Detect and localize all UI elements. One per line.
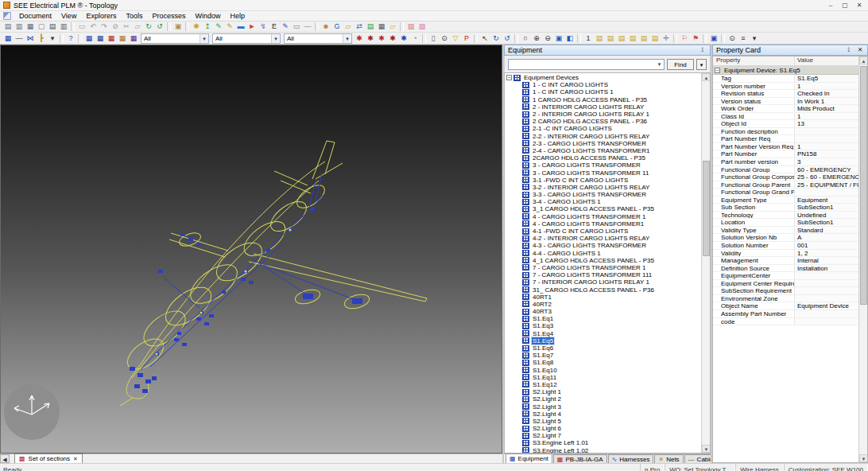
dash-tool-icon[interactable]: — bbox=[302, 21, 313, 32]
find-options-dropdown[interactable]: ▾ bbox=[696, 59, 707, 70]
board-red-icon[interactable]: ▦ bbox=[106, 33, 117, 44]
refresh-icon[interactable]: ↻ bbox=[143, 21, 154, 32]
filter-combo[interactable]: All ▾ bbox=[284, 33, 352, 44]
tree-item[interactable]: 3-1 -FWD C INT CARGO LIGHTS bbox=[505, 177, 701, 184]
tree-item[interactable]: S1.Eq11 bbox=[505, 374, 701, 381]
print-setup-icon[interactable]: ▥ bbox=[58, 21, 69, 32]
wire-red-2-icon[interactable]: ✱ bbox=[365, 33, 376, 44]
report-doc-icon[interactable]: ▯ bbox=[428, 33, 439, 44]
close-button[interactable]: ✕ bbox=[852, 1, 866, 10]
tree-item[interactable]: 7 - CARGO LIGHTS TRANSFORMER 1 bbox=[505, 264, 701, 271]
property-row[interactable]: Version status In Work 1 bbox=[713, 98, 858, 106]
property-row[interactable]: Object Id 13 bbox=[713, 120, 858, 128]
property-row[interactable]: Version number 1 bbox=[713, 83, 858, 91]
property-panel-header[interactable]: Property Card ⟟ ✕ bbox=[712, 45, 868, 56]
navigate-g-icon[interactable]: G bbox=[331, 21, 343, 32]
property-row[interactable]: Functional Group 60 - EMERGENCY bbox=[713, 166, 858, 174]
scroll-up-icon[interactable]: ▲ bbox=[702, 73, 711, 81]
property-row[interactable]: Sub Section SubSection1 bbox=[713, 204, 858, 212]
tree-item[interactable]: S1.Eq6 bbox=[505, 344, 701, 352]
explorer-workspace-icon[interactable]: ▤ bbox=[2, 21, 14, 32]
tree-item[interactable]: S1.Eq5 bbox=[505, 337, 701, 344]
cut-icon[interactable]: ✂ bbox=[121, 21, 132, 32]
walk-figure-icon[interactable]: ⚐ bbox=[679, 33, 690, 44]
tree-item[interactable]: S1.Eq3 bbox=[505, 322, 701, 329]
redo-icon[interactable]: ↷ bbox=[99, 21, 110, 32]
layers-icon[interactable]: ▤ bbox=[365, 21, 376, 32]
explorer-tab[interactable]: ▦ PB-JB-IA-GA bbox=[553, 454, 607, 463]
undo-icon[interactable]: ↶ bbox=[87, 21, 99, 32]
scroll-up-icon[interactable]: ▲ bbox=[859, 56, 868, 64]
zoom-fit-icon[interactable]: ◧ bbox=[564, 33, 575, 44]
wire-blue-icon[interactable]: ✱ bbox=[398, 33, 409, 44]
create-equipment-icon[interactable]: ✱ bbox=[191, 21, 202, 32]
tree-item[interactable]: S1.Eq7 bbox=[505, 352, 701, 359]
tab-scroll-left-button[interactable]: ◀ bbox=[0, 454, 10, 463]
disabled-tool-1-icon[interactable]: ▨ bbox=[405, 21, 417, 32]
board-orange-icon[interactable]: ▦ bbox=[117, 33, 128, 44]
tree-item[interactable]: 2 - INTERIOR CARGO LIGHTS RELAY 1 bbox=[505, 111, 701, 118]
tree-item[interactable]: 3-2 - INTERIOR CARGO LIGHTS RELAY bbox=[505, 184, 701, 191]
refresh-window-icon[interactable]: ↺ bbox=[154, 21, 165, 32]
tree-item[interactable]: 4-1 -FWD C INT CARGO LIGHTS bbox=[505, 228, 701, 235]
menu-item[interactable]: Processes bbox=[147, 11, 190, 21]
property-row[interactable]: Validity Type Standard bbox=[713, 227, 858, 235]
property-row[interactable]: Functional Group Composition 25 - 60 - E… bbox=[713, 173, 858, 181]
box-tool-4-icon[interactable]: ▤ bbox=[627, 33, 638, 44]
property-row[interactable]: Part number version 3 bbox=[713, 158, 858, 166]
image-view-icon[interactable]: ▣ bbox=[172, 21, 184, 32]
note-box-icon[interactable]: ▭ bbox=[291, 21, 302, 32]
zoom-icon[interactable]: ○ bbox=[520, 33, 531, 44]
tree-item[interactable]: S1.Eq4 bbox=[505, 330, 701, 337]
tree-item[interactable]: S3.Engine Left 1.02 bbox=[505, 447, 701, 453]
delete-icon[interactable]: ⊘ bbox=[110, 21, 121, 32]
tree-item[interactable]: S2.Light 6 bbox=[505, 425, 701, 432]
property-row[interactable]: Validity 1, 2 bbox=[713, 250, 858, 258]
user-icon[interactable]: ☻ bbox=[320, 21, 331, 32]
tree-item[interactable]: 2-1 -C INT CARGO LIGHTS bbox=[505, 125, 701, 132]
tree-item[interactable]: 2CARGO HDLG ACCESS PANEL - P35 bbox=[505, 154, 701, 162]
present-box-icon[interactable]: ▣ bbox=[708, 33, 719, 44]
property-row[interactable]: Work Order Mids Product bbox=[713, 105, 858, 113]
property-row[interactable]: Revision status Checked In bbox=[713, 90, 858, 98]
tree-item[interactable]: 3-4 - CARGO LIGHTS 1 bbox=[505, 198, 701, 205]
tree-item[interactable]: 4-3 - CARGO LIGHTS TRANSFORMER bbox=[505, 242, 701, 249]
paste-icon[interactable]: ▱ bbox=[132, 21, 143, 32]
label-e-icon[interactable]: E bbox=[269, 21, 280, 32]
chevron-down-icon[interactable]: ▾ bbox=[200, 34, 208, 43]
tree-item[interactable]: 7 - INTERIOR CARGO LIGHTS RELAY 1 bbox=[505, 278, 701, 286]
property-group-header[interactable]: − Equipment Device: S1.Eq5 bbox=[713, 66, 858, 75]
board-blue-2-icon[interactable]: ▦ bbox=[95, 33, 106, 44]
property-row[interactable]: Functional Group Parent 25 - EQUIPMENT /… bbox=[713, 181, 858, 189]
line-tool-icon[interactable]: — bbox=[14, 33, 25, 44]
column-value[interactable]: Value bbox=[795, 56, 858, 65]
tree-root-equipment-devices[interactable]: − Equipment Devices bbox=[505, 74, 701, 81]
wrench-icon[interactable]: ✛ bbox=[661, 33, 672, 44]
print-icon[interactable]: ▤ bbox=[47, 21, 58, 32]
tree-item[interactable]: 3_1 CARGO HDLG ACCESS PANEL - P35 bbox=[505, 205, 701, 212]
tree-item[interactable]: S1.Eq1 bbox=[505, 315, 701, 322]
zoom-in-icon[interactable]: ⊕ bbox=[531, 33, 542, 44]
property-row[interactable]: Tag S1.Eq5 bbox=[713, 75, 858, 83]
one-marker-icon[interactable]: 1 bbox=[583, 33, 594, 44]
equipment-panel-header[interactable]: Equipment ⟟ bbox=[504, 45, 711, 56]
tree-item[interactable]: 1 CARGO HDLG ACCESS PANEL - P35 bbox=[505, 96, 701, 103]
tree-item[interactable]: 1 - C INT CARGO LIGHTS bbox=[505, 81, 701, 88]
zoom-out-icon[interactable]: ⊖ bbox=[542, 33, 553, 44]
cursor-icon[interactable]: ↖ bbox=[479, 33, 490, 44]
minimize-button[interactable]: – bbox=[823, 1, 838, 10]
tree-item[interactable]: 31_ CARGO HDLG ACCESS PANEL - P36 bbox=[505, 286, 701, 293]
tree-item[interactable]: 3 - CARGO LIGHTS TRANSFORMER 11 bbox=[505, 169, 701, 176]
select-icon[interactable]: ▭ bbox=[76, 21, 87, 32]
filter-funnel-icon[interactable]: ▽ bbox=[450, 33, 461, 44]
tree-item[interactable]: 3-3 - CARGO LIGHTS TRANSFORMER bbox=[505, 191, 701, 198]
property-row[interactable]: SubSection Requirement bbox=[713, 287, 858, 295]
box-tool-3-icon[interactable]: ▤ bbox=[616, 33, 627, 44]
menu-item[interactable]: Document bbox=[14, 11, 56, 21]
wire-red-4-icon[interactable]: ✱ bbox=[387, 33, 398, 44]
chevron-down-icon[interactable]: ▾ bbox=[343, 34, 351, 43]
wire-red-1-icon[interactable]: ✱ bbox=[354, 33, 365, 44]
tree-item[interactable]: 2 CARGO HDLG ACCESS PANEL - P36 bbox=[505, 118, 701, 125]
property-row[interactable]: Equipment Center Requirem... bbox=[713, 280, 858, 288]
help-pointer-icon[interactable]: ? bbox=[65, 33, 76, 44]
